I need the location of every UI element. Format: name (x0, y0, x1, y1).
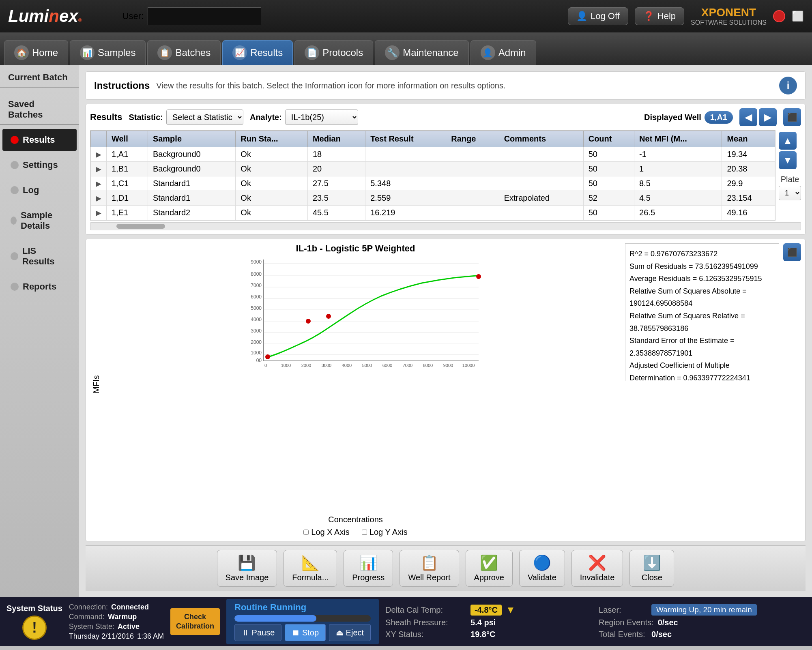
sample-details-dot (11, 217, 17, 225)
sidebar-item-log[interactable]: Log (2, 179, 77, 201)
routine-section: Routine Running ⏸ Pause ⏹ Stop ⏏ Eject (226, 599, 379, 644)
log-y-checkbox-group[interactable]: Log Y Axis (362, 528, 408, 537)
table-row[interactable]: ▶1,D1Standard1Ok23.52.559Extrapolated524… (91, 191, 775, 206)
logoff-button[interactable]: 👤 Log Off (568, 7, 628, 25)
toolbar-button-close[interactable]: ⬇️Close (629, 550, 674, 587)
laser-row: Laser: Warming Up, 20 min remain (599, 604, 806, 616)
log-x-checkbox-group[interactable]: Log X Axis (303, 528, 350, 537)
header: Luminex® User: 👤 Log Off ❓ Help XPONENT … (0, 0, 812, 32)
playback-controls: ⏸ Pause ⏹ Stop ⏏ Eject (234, 624, 371, 641)
chart-area: IL-1b - Logistic 5P Weighted MFIs 9000 8… (86, 239, 806, 541)
nav-samples[interactable]: 📊 Samples (70, 40, 146, 65)
delta-cal-row: Delta Cal Temp: -4.8°C ▼ (385, 604, 592, 616)
table-row[interactable]: ▶1,B1Background0Ok2050120.38 (91, 162, 775, 176)
nav-maintenance[interactable]: 🔧 Maintenance (375, 40, 468, 65)
log-y-checkbox[interactable] (362, 530, 367, 535)
expand-table-button[interactable]: ⬛ (783, 108, 801, 126)
sidebar-current-batch: Current Batch (0, 68, 79, 88)
total-label: Total Events: (599, 630, 647, 639)
sheath-value: 5.4 psi (470, 618, 496, 627)
sidebar-item-results[interactable]: Results (2, 129, 77, 151)
sidebar-item-lis-results[interactable]: LIS Results (2, 240, 77, 272)
scroll-up-button[interactable]: ▲ (779, 132, 797, 150)
status-bar: System Status ! Connection: Connected Co… (0, 597, 812, 646)
table-scrollbar[interactable] (90, 222, 801, 230)
region-label: Region Events: (599, 618, 654, 627)
toolbar-button-save-image[interactable]: 💾Save Image (217, 550, 277, 587)
sidebar-item-reports[interactable]: Reports (2, 276, 77, 298)
system-status-section: System Status ! (6, 604, 62, 640)
svg-text:7000: 7000 (251, 283, 262, 288)
expand-chart-button[interactable]: ⬛ (783, 243, 801, 261)
logo: Luminex® (8, 6, 82, 26)
results-header: Results Statistic: Select a Statistic Me… (90, 108, 801, 126)
plate-select[interactable]: 1 2 (779, 186, 801, 200)
toolbar: 💾Save Image📐Formula...📊Progress📋Well Rep… (86, 545, 806, 591)
results-table-container[interactable]: Well Sample Run Sta... Median Test Resul… (90, 130, 775, 221)
col-test-result: Test Result (365, 131, 446, 147)
toolbar-button-formula-[interactable]: 📐Formula... (284, 550, 337, 587)
nav-admin[interactable]: 👤 Admin (470, 40, 536, 65)
toolbar-button-approve[interactable]: ✅Approve (466, 550, 513, 587)
chart-title: IL-1b - Logistic 5P Weighted (90, 243, 621, 254)
region-row: Region Events: 0/sec (599, 618, 806, 627)
svg-text:5000: 5000 (362, 363, 372, 368)
delta-cal-value: -4.8°C (470, 605, 502, 616)
check-calibration-button[interactable]: Check Calibration (170, 608, 220, 635)
navbar: 🏠 Home 📊 Samples 📋 Batches 📈 Results 📄 P… (0, 32, 812, 65)
analyte-label: Analyte: (250, 113, 282, 122)
log-x-checkbox[interactable] (303, 530, 309, 535)
sidebar-saved-batches: Saved Batches (0, 95, 79, 125)
toolbar-button-progress[interactable]: 📊Progress (344, 550, 393, 587)
table-scroll-controls: ▲ ▼ Plate 1 2 (779, 132, 801, 200)
table-body: ▶1,A1Background0Ok1850-119.34▶1,B1Backgr… (91, 147, 775, 220)
svg-text:9000: 9000 (251, 259, 262, 265)
user-input[interactable] (148, 7, 261, 25)
results-dot (11, 136, 19, 144)
stats-line: Adjusted Coefficient of Multiple Determi… (629, 359, 775, 381)
table-row[interactable]: ▶1,C1Standard1Ok27.55.348508.529.9 (91, 176, 775, 191)
nav-results[interactable]: 📈 Results (222, 40, 293, 65)
sidebar-item-settings[interactable]: Settings (2, 154, 77, 176)
col-run-status: Run Sta... (236, 131, 308, 147)
nav-batches[interactable]: 📋 Batches (147, 40, 221, 65)
stats-line: Relative Sum of Squares Absolute = 19012… (629, 285, 775, 310)
svg-text:9000: 9000 (443, 363, 453, 368)
pause-button[interactable]: ⏸ Pause (234, 624, 281, 641)
nav-protocols[interactable]: 📄 Protocols (294, 40, 373, 65)
total-events-row: Total Events: 0/sec (599, 630, 806, 639)
toolbar-button-invalidate[interactable]: ❌Invalidate (571, 550, 623, 587)
scrollbar-thumb (116, 224, 165, 229)
minimize-button[interactable]: ⬜ (792, 11, 804, 22)
chart-inner: MFIs 9000 8000 7000 6000 5000 4000 3000 (90, 255, 621, 513)
svg-text:5000: 5000 (251, 305, 262, 311)
help-button[interactable]: ❓ Help (635, 7, 684, 25)
sidebar-item-sample-details[interactable]: Sample Details (2, 204, 77, 237)
prev-arrow-button[interactable]: ◀ (739, 108, 757, 126)
nav-home[interactable]: 🏠 Home (4, 40, 68, 65)
analyte-select[interactable]: IL-1b(25) (285, 109, 358, 125)
svg-text:00: 00 (256, 358, 262, 363)
toolbar-button-validate[interactable]: 🔵Validate (519, 550, 565, 587)
table-row[interactable]: ▶1,A1Background0Ok1850-119.34 (91, 147, 775, 162)
protocols-icon: 📄 (305, 45, 319, 60)
scroll-down-button[interactable]: ▼ (779, 151, 797, 169)
stop-button[interactable]: ⏹ Stop (285, 624, 326, 641)
info-button[interactable]: i (779, 77, 797, 94)
sheath-label: Sheath Pressure: (385, 618, 466, 627)
user-area: User: (122, 7, 262, 25)
eject-button[interactable]: ⏏ Eject (329, 624, 371, 641)
col-count: Count (583, 131, 634, 147)
statistic-select[interactable]: Select a Statistic Mean Median (166, 109, 243, 125)
svg-text:6000: 6000 (251, 294, 262, 300)
col-well: Well (107, 131, 148, 147)
results-section: Results Statistic: Select a Statistic Me… (86, 104, 806, 235)
main-layout: Current Batch Saved Batches Results Sett… (0, 65, 812, 597)
sheath-row: Sheath Pressure: 5.4 psi (385, 618, 592, 627)
connection-value: Connected (111, 603, 149, 611)
status-info: Connection: Connected Command: Warmup Sy… (69, 603, 164, 641)
toolbar-button-well-report[interactable]: 📋Well Report (400, 550, 459, 587)
connection-row: Connection: Connected (69, 603, 164, 611)
table-row[interactable]: ▶1,E1Standard2Ok45.516.2195026.549.16 (91, 206, 775, 220)
next-arrow-button[interactable]: ▶ (759, 108, 777, 126)
